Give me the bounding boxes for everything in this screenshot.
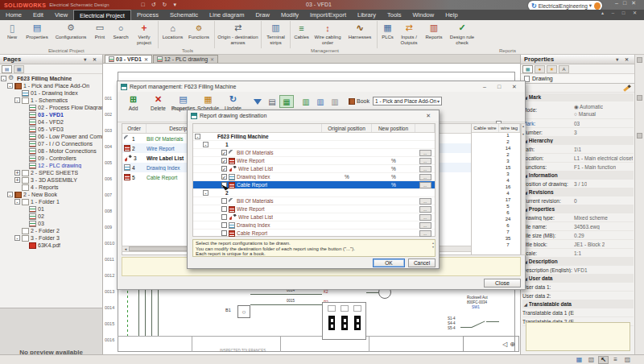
property-row[interactable]: Mode: ◉ Automatic ○ Manual [522,101,634,119]
column-header-wire-tag[interactable]: wire tag [499,124,520,132]
menu-item[interactable]: Electrical Project [73,10,131,20]
tree-expander-icon[interactable] [22,148,27,154]
destination-row[interactable]: ✓ Bill Of Materials ... [193,149,435,157]
report-checkbox[interactable] [221,230,227,236]
vertical-scrollbar[interactable]: ▴▾ [521,123,526,255]
tree-expander-icon[interactable] [214,230,220,236]
tree-expander-icon[interactable] [22,242,27,248]
property-row[interactable]: File name: 34563.ewg [522,222,634,231]
report-checkbox[interactable] [221,206,227,212]
browse-button[interactable]: ... [419,230,431,237]
menu-item[interactable]: Library [352,10,382,20]
browse-button[interactable]: ... [419,174,431,180]
wire-tag-row[interactable]: 6 [472,210,520,217]
column-header-original-position[interactable]: Original position [322,124,372,132]
property-row[interactable]: User data [522,275,634,283]
tree-expander-icon[interactable] [214,222,220,228]
wire-tag-row[interactable]: 15 [472,165,520,172]
panel-pin-close-icons[interactable]: ▾ ✕ [84,56,99,62]
property-row[interactable]: Properties [522,205,634,213]
ribbon-button[interactable]: Verify project [132,21,156,48]
report-checkbox[interactable]: ✓ [221,150,227,155]
property-row[interactable]: Information [522,172,634,180]
destination-row[interactable]: - F623 Filling Machine [193,133,435,141]
tree-expander-icon[interactable] [214,150,220,155]
property-row[interactable]: Current revision: 0 [522,196,634,205]
dialog-close-icon[interactable]: ✕ [426,113,436,119]
property-row[interactable]: File size (MB): 0.29 [522,231,634,240]
menu-item[interactable]: Window [407,10,440,20]
tree-expander-icon[interactable]: - [195,134,200,139]
property-row[interactable]: Path: 1\1 [522,145,634,154]
report-checkbox[interactable]: ✓ [221,166,227,172]
column-header-order[interactable]: Order [122,124,147,133]
tree-expander-icon[interactable] [22,119,27,125]
property-row[interactable]: Drawing type: Mixed scheme [522,213,634,222]
tab-close-icon[interactable]: ✕ [210,56,214,62]
browse-button[interactable]: ... [419,150,431,156]
properties-tab-symbol[interactable]: ● [535,65,545,73]
tree-expander-icon[interactable] [14,228,20,234]
ribbon-button[interactable]: Wire cabling order [311,21,345,48]
tree-item[interactable]: 02 [0,213,102,220]
report-checkbox[interactable] [221,214,227,220]
status-bar-icon[interactable] [574,356,584,364]
wire-tag-row[interactable]: 7 [472,242,520,249]
pages-tab-thumbnails[interactable]: ▦ [14,65,24,73]
wire-tag-row[interactable]: 2 [472,139,520,146]
browse-button[interactable]: ... [419,166,431,172]
property-row[interactable]: Translatable data 1 (English): [522,308,634,317]
report-checkbox[interactable] [221,198,227,204]
tree-expander-icon[interactable] [22,105,27,110]
column-header-new-position[interactable]: New position [372,124,415,132]
ribbon-button[interactable]: Search [109,21,132,48]
document-tab[interactable]: 12 - PLC drawing ✕ [153,55,218,63]
dialog-window-controls[interactable]: – □ ✕ [483,84,522,90]
tree-expander-icon[interactable] [22,163,27,168]
tree-item[interactable]: 2 - Folder 2 [0,227,102,234]
scroll-left-icon[interactable]: ◂ [122,246,129,251]
destination-row[interactable]: ✓ Wire Report % ... [193,157,435,165]
draw-report-icon[interactable] [299,95,313,108]
destination-row[interactable]: Cable Report % ... [193,181,435,189]
ribbon-button[interactable]: Origin - destination arrows [214,21,259,48]
tree-expander-icon[interactable] [214,214,220,220]
toolbar-button[interactable]: Delete [146,93,171,118]
tree-expander-icon[interactable] [22,221,27,226]
tree-item[interactable]: 08 - Motor Connections [0,147,102,155]
destination-row[interactable]: Wire Label List ... [193,213,435,221]
browse-button[interactable]: ... [419,214,431,221]
ribbon-button[interactable]: Cables [290,21,311,48]
tree-item[interactable]: - F623 Filling Machine [0,75,102,82]
property-row[interactable]: Scale: 1:1 [522,249,634,258]
property-row[interactable]: Mark [522,93,634,101]
book-dropdown[interactable]: 1 - Pick and Place Add-On ▾ [373,97,442,105]
destination-row[interactable]: ✓ Wire Label List % ... [193,165,435,173]
property-row[interactable]: Description (English): VFD1 [522,266,634,275]
tree-item[interactable]: - 1 - Schematics [0,97,102,104]
status-bar-icon[interactable] [622,356,633,364]
window-controls[interactable]: –□✕ [615,0,641,6]
ribbon-button[interactable]: PLCs [377,21,396,48]
property-row[interactable]: Position of drawing: 3 / 10 [522,180,634,188]
toolbar-button[interactable]: Add [121,93,146,118]
browse-button[interactable]: ... [419,158,431,164]
tree-expander-icon[interactable]: - [1,76,6,81]
tree-expander-icon[interactable] [214,182,220,188]
ribbon-button[interactable]: Reports [422,21,446,48]
menu-item[interactable]: Home [0,10,27,20]
ribbon-button[interactable]: Functions [185,21,213,48]
menu-item[interactable]: Process [131,10,164,20]
tree-item[interactable]: 63K4.pdf [0,242,102,249]
property-row[interactable]: Location: L1 - Main electrical closet [522,154,634,163]
destination-row[interactable]: Bill Of Materials ... [193,197,435,205]
wire-tag-row[interactable]: 6 [472,223,520,230]
wire-tag-row[interactable]: 4 [472,178,520,184]
wire-tag-row[interactable]: 3 [472,159,520,165]
property-row[interactable]: Title block: JE1 - Block 2 [522,240,634,249]
tree-expander-icon[interactable]: - [14,199,20,205]
ribbon-button[interactable]: Inputs / Outputs [396,21,422,48]
properties-tab-text[interactable]: A [559,65,569,73]
tree-item[interactable]: 06 - Low Power and Comms [0,133,102,140]
grid-view-icon[interactable] [279,95,294,108]
